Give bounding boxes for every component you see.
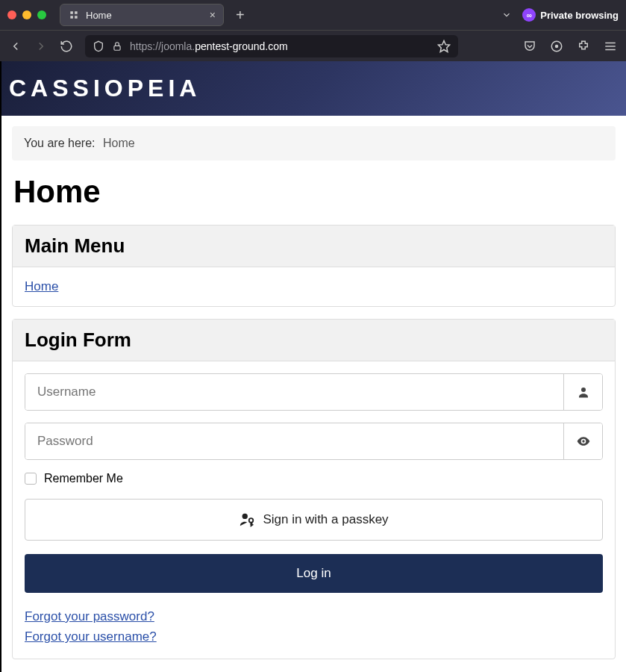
maximize-window-button[interactable] [37,10,46,19]
new-tab-button[interactable]: + [230,4,251,27]
pocket-button[interactable] [523,40,536,53]
browser-chrome: Home × + ∞ Private browsing [0,0,626,61]
url-text: https://joomla.pentest-ground.com [130,40,288,52]
remember-me-row[interactable]: Remember Me [25,472,603,485]
svg-point-8 [242,514,248,519]
forgot-username-link[interactable]: Forgot your username? [25,626,603,647]
minimize-window-button[interactable] [22,10,31,19]
browser-toolbar: https://joomla.pentest-ground.com [0,30,626,61]
main-menu-heading: Main Menu [13,225,615,267]
tab-list-button[interactable] [501,10,512,20]
breadcrumb-current: Home [103,137,135,149]
breadcrumb-label: You are here: [24,137,95,149]
lock-icon[interactable] [112,41,122,52]
main-menu-module: Main Menu Home [12,225,616,307]
password-input[interactable] [25,423,563,459]
login-button[interactable]: Log in [25,554,603,593]
svg-rect-0 [114,46,120,50]
remember-me-label: Remember Me [44,472,123,485]
menu-button[interactable] [604,40,617,53]
joomla-icon [68,9,80,21]
svg-point-7 [581,388,586,392]
svg-point-3 [555,44,559,48]
private-label: Private browsing [540,10,619,21]
username-input[interactable] [25,374,563,410]
page-title: Home [13,174,614,210]
password-group [25,423,603,460]
breadcrumb: You are here: Home [12,126,616,161]
window-controls [7,10,46,19]
private-browsing-indicator: ∞ Private browsing [522,8,619,22]
passkey-icon [239,511,255,528]
forward-button[interactable] [34,40,48,53]
login-label: Log in [296,566,331,581]
url-bar[interactable]: https://joomla.pentest-ground.com [85,35,458,57]
user-icon [563,374,602,410]
page-content: CASSIOPEIA You are here: Home Home Main … [0,61,626,672]
account-button[interactable] [550,40,563,53]
bookmark-star-button[interactable] [437,40,451,53]
remember-me-checkbox[interactable] [25,473,37,485]
browser-tab[interactable]: Home × [60,4,224,26]
site-logo: CASSIOPEIA [9,75,619,102]
login-form-heading: Login Form [13,320,615,361]
back-button[interactable] [9,40,22,53]
menu-link-home[interactable]: Home [25,279,58,293]
tab-title: Home [86,10,204,21]
username-group [25,373,603,411]
extensions-button[interactable] [577,40,590,53]
mask-icon: ∞ [522,8,536,22]
close-window-button[interactable] [7,10,16,19]
site-header: CASSIOPEIA [1,61,626,116]
passkey-label: Sign in with a passkey [263,512,388,527]
login-help-links: Forgot your password? Forgot your userna… [25,606,603,647]
tab-strip: Home × + ∞ Private browsing [0,0,626,30]
shield-icon[interactable] [93,40,104,52]
reload-button[interactable] [60,40,73,53]
forgot-password-link[interactable]: Forgot your password? [25,606,603,626]
svg-point-9 [249,518,254,523]
passkey-signin-button[interactable]: Sign in with a passkey [25,499,603,541]
toggle-password-visibility-button[interactable] [563,423,602,459]
login-form-module: Login Form Remember Me [12,319,616,659]
close-tab-button[interactable]: × [210,9,216,21]
svg-marker-1 [439,40,450,52]
